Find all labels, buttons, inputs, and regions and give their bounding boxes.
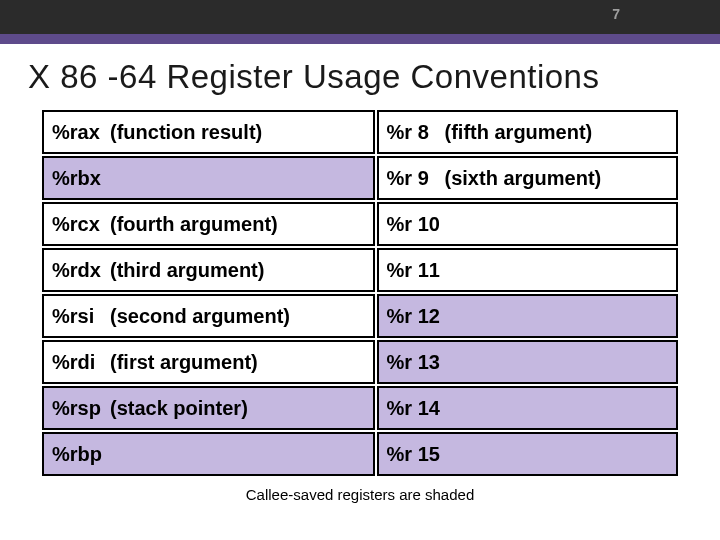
accent-stripe [0,34,720,44]
register-cell-content: %rdx(third argument) [44,250,373,290]
register-cell-content: %r 13 [379,342,676,382]
register-cell: %rbp [42,432,375,476]
register-description: (sixth argument) [441,167,676,190]
register-cell-content: %rax(function result) [44,112,373,152]
register-cell-content: %rsp(stack pointer) [44,388,373,428]
register-table-wrap: %rax(function result)%r 8(fifth argument… [0,108,720,478]
page-number: 7 [612,6,620,22]
table-row: %rcx(fourth argument)%r 10 [42,202,678,246]
register-cell: %r 14 [377,386,678,430]
table-row: %rbp%r 15 [42,432,678,476]
register-description: (third argument) [106,259,373,282]
register-cell-content: %r 14 [379,388,676,428]
register-cell-content: %r 15 [379,434,676,474]
table-row: %rbx%r 9(sixth argument) [42,156,678,200]
register-cell-content: %r 9(sixth argument) [379,158,676,198]
register-name: %rsp [44,397,106,420]
table-row: %rdx(third argument)%r 11 [42,248,678,292]
register-cell-content: %r 11 [379,250,676,290]
register-description: (stack pointer) [106,397,373,420]
register-name: %r 15 [379,443,441,466]
register-name: %r 14 [379,397,441,420]
table-row: %rax(function result)%r 8(fifth argument… [42,110,678,154]
register-name: %r 8 [379,121,441,144]
register-cell: %r 8(fifth argument) [377,110,678,154]
register-cell: %rdi(first argument) [42,340,375,384]
register-cell: %r 15 [377,432,678,476]
register-name: %rax [44,121,106,144]
register-cell-content: %rcx(fourth argument) [44,204,373,244]
register-cell-content: %rdi(first argument) [44,342,373,382]
register-name: %r 12 [379,305,441,328]
register-name: %rdi [44,351,106,374]
register-cell: %r 10 [377,202,678,246]
register-cell: %rdx(third argument) [42,248,375,292]
caption: Callee-saved registers are shaded [0,486,720,503]
register-name: %rbx [44,167,106,190]
register-name: %r 11 [379,259,441,282]
register-cell-content: %rbx [44,158,373,198]
register-cell: %rsi(second argument) [42,294,375,338]
top-bar: 7 [0,0,720,34]
register-cell-content: %rsi(second argument) [44,296,373,336]
register-cell: %r 11 [377,248,678,292]
register-cell: %r 12 [377,294,678,338]
slide-title: X 86 -64 Register Usage Conventions [0,44,720,108]
register-name: %rsi [44,305,106,328]
register-description: (second argument) [106,305,373,328]
register-cell-content: %rbp [44,434,373,474]
register-description: (fifth argument) [441,121,676,144]
register-cell-content: %r 12 [379,296,676,336]
register-cell: %rax(function result) [42,110,375,154]
register-name: %rcx [44,213,106,236]
slide: 7 X 86 -64 Register Usage Conventions %r… [0,0,720,540]
register-cell-content: %r 10 [379,204,676,244]
register-cell: %r 13 [377,340,678,384]
register-name: %r 13 [379,351,441,374]
register-cell: %r 9(sixth argument) [377,156,678,200]
register-table: %rax(function result)%r 8(fifth argument… [40,108,680,478]
table-row: %rdi(first argument)%r 13 [42,340,678,384]
register-description: (first argument) [106,351,373,374]
register-description: (function result) [106,121,373,144]
register-name: %r 9 [379,167,441,190]
table-row: %rsi(second argument)%r 12 [42,294,678,338]
table-row: %rsp(stack pointer)%r 14 [42,386,678,430]
register-cell: %rcx(fourth argument) [42,202,375,246]
register-description: (fourth argument) [106,213,373,236]
register-cell-content: %r 8(fifth argument) [379,112,676,152]
register-cell: %rbx [42,156,375,200]
register-name: %r 10 [379,213,441,236]
register-name: %rbp [44,443,106,466]
register-name: %rdx [44,259,106,282]
register-cell: %rsp(stack pointer) [42,386,375,430]
